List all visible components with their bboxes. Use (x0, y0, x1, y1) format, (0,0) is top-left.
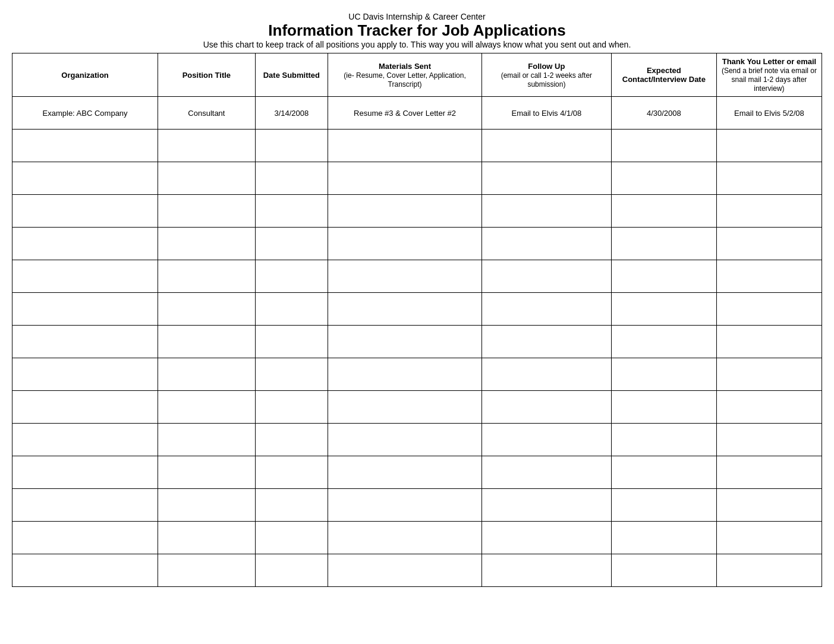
empty-cell (611, 391, 716, 424)
empty-cell (12, 130, 158, 162)
empty-cell (255, 130, 328, 162)
table-row (12, 195, 822, 228)
empty-cell (328, 162, 482, 195)
table-row (12, 391, 822, 424)
empty-cell (328, 326, 482, 358)
empty-cell (328, 522, 482, 554)
empty-cell (158, 489, 255, 522)
example-follow-up: Email to Elvis 4/1/08 (481, 97, 611, 130)
empty-cell (481, 195, 611, 228)
empty-cell (328, 358, 482, 391)
empty-cell (716, 228, 822, 260)
example-date-submitted: 3/14/2008 (255, 97, 328, 130)
col-header-materials-sent: Materials Sent (ie- Resume, Cover Letter… (328, 53, 482, 97)
table-row (12, 228, 822, 260)
empty-cell (716, 293, 822, 326)
empty-cell (716, 456, 822, 489)
example-position-title: Consultant (158, 97, 255, 130)
empty-cell (611, 456, 716, 489)
empty-cell (12, 326, 158, 358)
empty-cell (716, 260, 822, 293)
empty-cell (328, 293, 482, 326)
table-row (12, 456, 822, 489)
empty-cell (255, 424, 328, 456)
empty-cell (158, 260, 255, 293)
empty-cell (716, 489, 822, 522)
empty-cell (12, 522, 158, 554)
table-row (12, 358, 822, 391)
empty-cell (611, 260, 716, 293)
empty-cell (328, 456, 482, 489)
empty-cell (611, 489, 716, 522)
empty-cell (328, 195, 482, 228)
empty-cell (158, 162, 255, 195)
empty-cell (481, 358, 611, 391)
empty-cell (611, 130, 716, 162)
empty-cell (12, 489, 158, 522)
empty-cell (255, 489, 328, 522)
empty-cell (255, 358, 328, 391)
empty-cell (255, 228, 328, 260)
empty-cell (611, 424, 716, 456)
col-header-organization: Organization (12, 53, 158, 97)
empty-cell (158, 293, 255, 326)
empty-cell (716, 162, 822, 195)
empty-cell (12, 195, 158, 228)
empty-cell (611, 326, 716, 358)
table-row (12, 260, 822, 293)
empty-cell (12, 260, 158, 293)
col-header-expected-contact: Expected Contact/Interview Date (611, 53, 716, 97)
empty-cell (481, 391, 611, 424)
empty-cell (716, 130, 822, 162)
empty-cell (716, 522, 822, 554)
example-materials-sent: Resume #3 & Cover Letter #2 (328, 97, 482, 130)
table-row (12, 162, 822, 195)
empty-cell (481, 228, 611, 260)
subtitle: UC Davis Internship & Career Center (12, 12, 822, 21)
empty-cell (611, 162, 716, 195)
empty-cell (611, 195, 716, 228)
empty-cell (611, 554, 716, 587)
empty-cell (716, 554, 822, 587)
empty-cell (255, 391, 328, 424)
example-row: Example: ABC Company Consultant 3/14/200… (12, 97, 822, 130)
empty-cell (328, 391, 482, 424)
empty-cell (611, 293, 716, 326)
example-expected-contact: 4/30/2008 (611, 97, 716, 130)
empty-cell (255, 195, 328, 228)
empty-cell (12, 293, 158, 326)
empty-cell (12, 358, 158, 391)
empty-cell (12, 456, 158, 489)
empty-cell (158, 391, 255, 424)
empty-cell (158, 456, 255, 489)
empty-cell (716, 358, 822, 391)
example-thank-you: Email to Elvis 5/2/08 (716, 97, 822, 130)
col-header-position-title: Position Title (158, 53, 255, 97)
empty-cell (12, 424, 158, 456)
table-row (12, 489, 822, 522)
empty-cell (12, 554, 158, 587)
empty-cell (611, 358, 716, 391)
empty-cell (611, 522, 716, 554)
empty-cell (481, 489, 611, 522)
empty-cell (12, 228, 158, 260)
empty-cell (716, 195, 822, 228)
empty-cell (716, 391, 822, 424)
empty-cell (158, 554, 255, 587)
table-row (12, 522, 822, 554)
empty-cell (481, 554, 611, 587)
empty-cell (481, 456, 611, 489)
empty-cell (255, 260, 328, 293)
empty-cell (481, 130, 611, 162)
empty-cell (328, 260, 482, 293)
empty-cell (12, 391, 158, 424)
empty-cell (481, 326, 611, 358)
main-title: Information Tracker for Job Applications (12, 21, 822, 40)
tracker-table: Organization Position Title Date Submitt… (12, 53, 822, 587)
empty-cell (255, 456, 328, 489)
empty-cell (481, 293, 611, 326)
empty-cell (481, 522, 611, 554)
empty-cell (328, 424, 482, 456)
col-header-follow-up: Follow Up (email or call 1-2 weeks after… (481, 53, 611, 97)
empty-cell (255, 326, 328, 358)
